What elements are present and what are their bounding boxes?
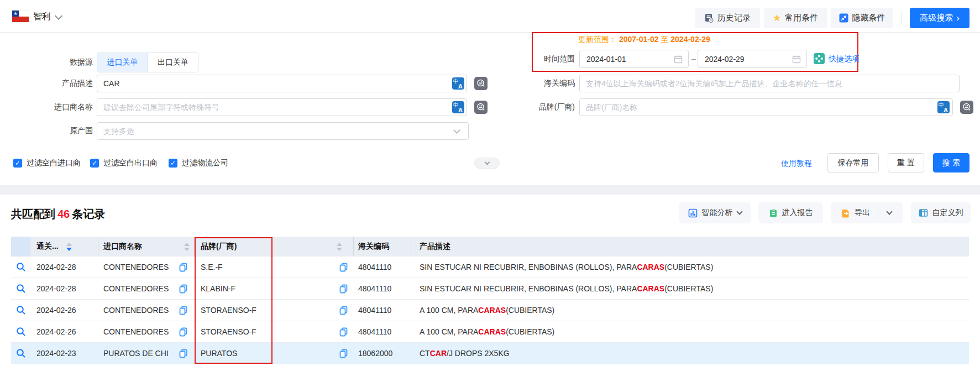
filter-blank-importer-checkbox[interactable]: ✓ 过滤空白进口商 bbox=[13, 158, 81, 168]
date-from-input[interactable]: 2024-01-01 bbox=[579, 50, 689, 68]
table-body: 2024-02-28CONTENEDORESS.E.-F48041110SIN … bbox=[11, 257, 969, 364]
enter-report-label: 进入报告 bbox=[782, 208, 813, 218]
header-product-desc[interactable]: 产品描述 bbox=[411, 237, 969, 257]
header-importer[interactable]: 进口商名称 bbox=[98, 237, 195, 257]
tutorial-link[interactable]: 使用教程 bbox=[781, 159, 812, 169]
brand-name: STORAENSO-F bbox=[201, 306, 256, 315]
smart-analysis-button[interactable]: 智能分析 bbox=[679, 202, 751, 223]
copy-icon[interactable] bbox=[179, 349, 187, 358]
desc-text: A 100 CM, PARA bbox=[420, 306, 478, 315]
table-row[interactable]: 2024-02-23PURATOS DE CHIPURATOS18062000C… bbox=[11, 343, 969, 364]
brand-cell: S.E.-F bbox=[195, 257, 354, 278]
copy-icon[interactable] bbox=[179, 284, 187, 294]
copy-icon[interactable] bbox=[179, 263, 187, 272]
clearance-date-cell: 2024-02-26 bbox=[30, 321, 98, 342]
importer-input[interactable] bbox=[97, 98, 467, 116]
translate-icon[interactable]: 中A bbox=[937, 101, 950, 113]
date-to-input[interactable]: 2024-02-29 bbox=[698, 50, 807, 68]
copy-icon[interactable] bbox=[339, 263, 348, 272]
search-button[interactable]: 搜 索 bbox=[933, 153, 969, 172]
row-detail-icon[interactable] bbox=[16, 348, 26, 358]
history-label: 历史记录 bbox=[717, 13, 751, 23]
export-label: 导出 bbox=[855, 208, 870, 218]
reset-button[interactable]: 重 置 bbox=[888, 153, 924, 172]
sort-control[interactable] bbox=[184, 243, 190, 251]
date-from-value: 2024-01-01 bbox=[586, 55, 626, 64]
trade-data-search-page: ★ 智利 历史记录 ★ 常用条件 隐藏条件 bbox=[0, 0, 980, 366]
header-hs-code[interactable]: 海关编码 bbox=[354, 237, 411, 257]
count-suffix: 条记录 bbox=[72, 208, 105, 220]
history-button[interactable]: 历史记录 bbox=[695, 8, 760, 28]
copy-icon[interactable] bbox=[179, 327, 187, 337]
tab-export-declarations[interactable]: 出口关单 bbox=[148, 53, 198, 72]
row-detail-icon[interactable] bbox=[16, 262, 26, 272]
copy-icon[interactable] bbox=[339, 306, 348, 315]
table-row[interactable]: 2024-02-26CONTENEDORESSTORAENSO-F4804111… bbox=[11, 300, 969, 321]
customize-columns-button[interactable]: 自定义列 bbox=[911, 202, 971, 223]
row-detail-icon[interactable] bbox=[16, 305, 26, 315]
header-clearance-date[interactable]: 通关... bbox=[30, 237, 98, 257]
chevron-down-icon[interactable] bbox=[55, 12, 62, 20]
copy-icon[interactable] bbox=[179, 306, 187, 315]
importer-name: CONTENEDORES bbox=[103, 263, 169, 271]
country-selector-label[interactable]: 智利 bbox=[33, 11, 51, 23]
filter-blank-exporter-checkbox[interactable]: ✓ 过滤空白出口商 bbox=[90, 158, 158, 168]
header-label: 品牌(厂商) bbox=[201, 242, 237, 252]
header-label: 海关编码 bbox=[358, 242, 389, 252]
brand-cell: PURATOS bbox=[195, 343, 354, 364]
save-common-button[interactable]: 保存常用 bbox=[827, 153, 879, 172]
hs-code-cell: 48041110 bbox=[354, 321, 411, 342]
clearance-date-cell: 2024-02-28 bbox=[30, 278, 98, 299]
copy-icon[interactable] bbox=[339, 349, 348, 358]
origin-country-label: 原产国 bbox=[32, 126, 93, 136]
quick-options-icon[interactable] bbox=[814, 53, 825, 64]
advanced-search-button[interactable]: 高级搜索 › bbox=[910, 8, 969, 28]
report-icon bbox=[769, 208, 778, 218]
translate-icon[interactable]: 中A bbox=[452, 101, 464, 113]
synonym-search-icon[interactable] bbox=[474, 77, 488, 90]
header-label: 产品描述 bbox=[420, 242, 450, 252]
tab-import-declarations[interactable]: 进口关单 bbox=[97, 53, 148, 72]
columns-icon bbox=[919, 208, 928, 217]
hide-conditions-button[interactable]: 隐藏条件 bbox=[831, 8, 893, 28]
brand-input[interactable] bbox=[579, 98, 953, 116]
export-button[interactable]: 导出 bbox=[834, 202, 878, 223]
table-row[interactable]: 2024-02-26CONTENEDORESSTORAENSO-F4804111… bbox=[11, 321, 969, 343]
row-action-cell bbox=[11, 278, 30, 299]
favorites-button[interactable]: ★ 常用条件 bbox=[764, 8, 827, 28]
brand-name: STORAENSO-F bbox=[201, 327, 256, 336]
table-row[interactable]: 2024-02-28CONTENEDORESS.E.-F48041110SIN … bbox=[11, 257, 969, 278]
chile-flag-icon: ★ bbox=[12, 11, 29, 22]
hs-code-input[interactable] bbox=[579, 75, 960, 92]
sort-control[interactable] bbox=[337, 243, 342, 251]
results-table: 通关... 进口商名称 品牌(厂商) 海关编码 产品描述 2024-02-28C… bbox=[11, 237, 969, 364]
importer-cell: PURATOS DE CHI bbox=[98, 343, 195, 364]
update-range-from: 2007-01-02 bbox=[619, 35, 659, 44]
hs-code-cell: 18062000 bbox=[354, 343, 411, 364]
collapse-panel-button[interactable] bbox=[474, 158, 500, 169]
brand-name: PURATOS bbox=[201, 349, 237, 358]
origin-country-select[interactable] bbox=[97, 122, 469, 140]
copy-icon[interactable] bbox=[339, 284, 348, 294]
row-detail-icon[interactable] bbox=[16, 284, 26, 294]
header-label: 进口商名称 bbox=[103, 242, 142, 252]
export-more-button[interactable] bbox=[878, 202, 900, 223]
synonym-search-icon[interactable] bbox=[474, 101, 488, 114]
filter-logistics-checkbox[interactable]: ✓ 过滤物流公司 bbox=[169, 158, 228, 168]
enter-report-button[interactable]: 进入报告 bbox=[758, 202, 823, 223]
section-separator bbox=[0, 185, 980, 195]
brand-cell: KLABIN-F bbox=[195, 278, 354, 299]
desc-highlight: CAR bbox=[430, 349, 447, 358]
brand-label: 品牌(厂商) bbox=[514, 102, 575, 112]
count-prefix: 共匹配到 bbox=[11, 208, 55, 220]
synonym-search-icon[interactable] bbox=[960, 101, 973, 114]
copy-icon[interactable] bbox=[339, 327, 348, 337]
sort-control[interactable] bbox=[66, 243, 72, 251]
row-detail-icon[interactable] bbox=[16, 327, 26, 337]
translate-icon[interactable]: 中A bbox=[452, 77, 464, 90]
quick-options-link[interactable]: 快捷选项 bbox=[829, 54, 860, 64]
clearance-date-cell: 2024-02-28 bbox=[30, 257, 98, 278]
table-row[interactable]: 2024-02-28CONTENEDORESKLABIN-F48041110SI… bbox=[11, 278, 969, 300]
header-brand[interactable]: 品牌(厂商) bbox=[195, 237, 354, 257]
product-desc-input[interactable] bbox=[97, 75, 467, 92]
